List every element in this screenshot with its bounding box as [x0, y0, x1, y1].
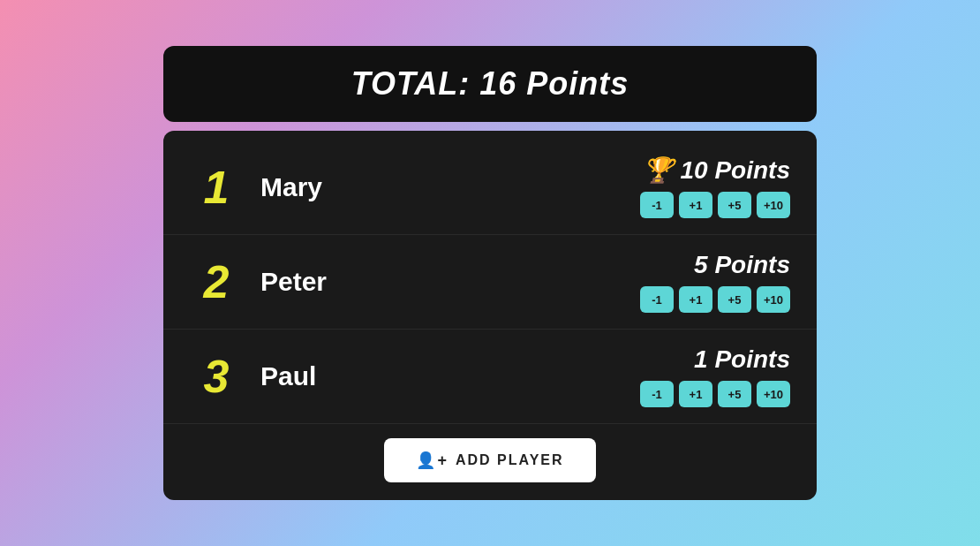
- score-label: 5 Points: [694, 251, 790, 279]
- score-label: 🏆 10 Points: [643, 155, 790, 185]
- player-rank: 3: [190, 350, 243, 403]
- player-name: Peter: [260, 267, 640, 297]
- score-btn-plus10[interactable]: +10: [757, 381, 790, 407]
- total-label: TOTAL: 16 Points: [351, 65, 629, 102]
- total-bar: TOTAL: 16 Points: [163, 46, 817, 122]
- player-name: Mary: [260, 172, 640, 202]
- score-btn-minus1[interactable]: -1: [640, 381, 674, 407]
- score-btn-plus5[interactable]: +5: [718, 381, 751, 407]
- score-btn-plus10[interactable]: +10: [757, 192, 790, 218]
- add-player-label: ADD PLAYER: [456, 452, 564, 468]
- score-label: 1 Points: [694, 345, 790, 374]
- main-container: TOTAL: 16 Points 1Mary🏆 10 Points-1+1+5+…: [163, 46, 817, 500]
- score-section: 5 Points-1+1+5+10: [640, 251, 790, 313]
- add-player-button[interactable]: 👤+ ADD PLAYER: [384, 438, 595, 482]
- score-btn-plus5[interactable]: +5: [718, 286, 751, 313]
- player-rank: 2: [190, 255, 243, 308]
- score-btn-plus1[interactable]: +1: [679, 381, 712, 407]
- player-row: 3Paul1 Points-1+1+5+10: [163, 330, 817, 424]
- trophy-icon: 🏆: [643, 156, 674, 184]
- score-btn-plus1[interactable]: +1: [679, 192, 712, 218]
- add-player-icon: 👤+: [416, 451, 449, 470]
- player-name: Paul: [260, 361, 640, 391]
- score-buttons: -1+1+5+10: [640, 286, 790, 313]
- score-buttons: -1+1+5+10: [640, 381, 790, 407]
- score-section: 🏆 10 Points-1+1+5+10: [640, 155, 790, 218]
- score-btn-minus1[interactable]: -1: [640, 192, 674, 218]
- add-player-section: 👤+ ADD PLAYER: [163, 438, 817, 482]
- score-btn-plus1[interactable]: +1: [679, 286, 712, 313]
- player-row: 2Peter5 Points-1+1+5+10: [163, 235, 817, 330]
- score-btn-minus1[interactable]: -1: [640, 286, 674, 313]
- score-section: 1 Points-1+1+5+10: [640, 345, 790, 407]
- score-btn-plus10[interactable]: +10: [757, 286, 790, 313]
- score-btn-plus5[interactable]: +5: [718, 192, 751, 218]
- scoreboard: 1Mary🏆 10 Points-1+1+5+102Peter5 Points-…: [163, 131, 817, 500]
- score-buttons: -1+1+5+10: [640, 192, 790, 218]
- player-rank: 1: [190, 161, 243, 214]
- player-row: 1Mary🏆 10 Points-1+1+5+10: [163, 140, 817, 235]
